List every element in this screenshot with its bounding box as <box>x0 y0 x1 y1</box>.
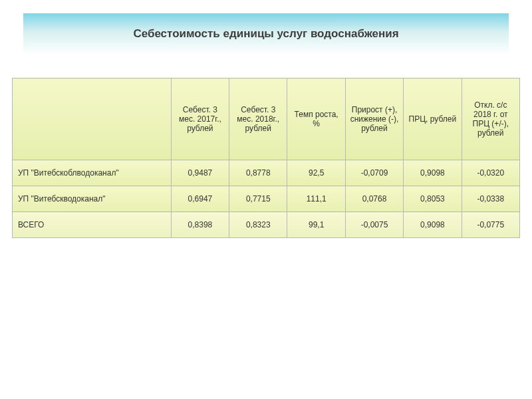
cell-value: 0,9098 <box>404 212 462 238</box>
cell-value: 0,0768 <box>345 186 403 212</box>
cell-value: 0,7715 <box>229 186 287 212</box>
cost-table: Себест. 3 мес. 2017г., рублей Себест. 3 … <box>12 78 520 238</box>
col-header-cost-2018: Себест. 3 мес. 2018г., рублей <box>229 78 287 160</box>
col-header-cost-2017: Себест. 3 мес. 2017г., рублей <box>171 78 229 160</box>
cell-value: -0,0075 <box>345 212 403 238</box>
cell-value: 0,9098 <box>404 160 462 186</box>
table-row-total: ВСЕГО 0,8398 0,8323 99,1 -0,0075 0,9098 … <box>13 212 520 238</box>
col-header-change: Прирост (+), снижение (-), рублей <box>345 78 403 160</box>
cell-value: 0,9487 <box>171 160 229 186</box>
col-header-growth-rate: Темп роста, % <box>287 78 345 160</box>
cell-value: -0,0320 <box>462 160 519 186</box>
cell-value: 0,8053 <box>404 186 462 212</box>
row-label: ВСЕГО <box>13 212 172 238</box>
cell-value: -0,0775 <box>462 212 519 238</box>
cell-value: -0,0709 <box>345 160 403 186</box>
col-header-org <box>13 78 172 160</box>
table-row: УП "Витебскоблводоканал" 0,9487 0,8778 9… <box>13 160 520 186</box>
row-label: УП "Витебскводоканал" <box>13 186 172 212</box>
cell-value: 111,1 <box>287 186 345 212</box>
title-banner: Себестоимость единицы услуг водоснабжени… <box>23 13 509 55</box>
page-title: Себестоимость единицы услуг водоснабжени… <box>133 27 398 41</box>
cell-value: 99,1 <box>287 212 345 238</box>
table-row: УП "Витебскводоканал" 0,6947 0,7715 111,… <box>13 186 520 212</box>
cell-value: -0,0338 <box>462 186 519 212</box>
cell-value: 0,8323 <box>229 212 287 238</box>
cell-value: 0,8778 <box>229 160 287 186</box>
table-header-row: Себест. 3 мес. 2017г., рублей Себест. 3 … <box>13 78 520 160</box>
col-header-deviation: Откл. с/с 2018 г. от ПРЦ (+/-), рублей <box>462 78 519 160</box>
row-label: УП "Витебскоблводоканал" <box>13 160 172 186</box>
cell-value: 0,6947 <box>171 186 229 212</box>
cell-value: 92,5 <box>287 160 345 186</box>
col-header-prc: ПРЦ, рублей <box>404 78 462 160</box>
cell-value: 0,8398 <box>171 212 229 238</box>
